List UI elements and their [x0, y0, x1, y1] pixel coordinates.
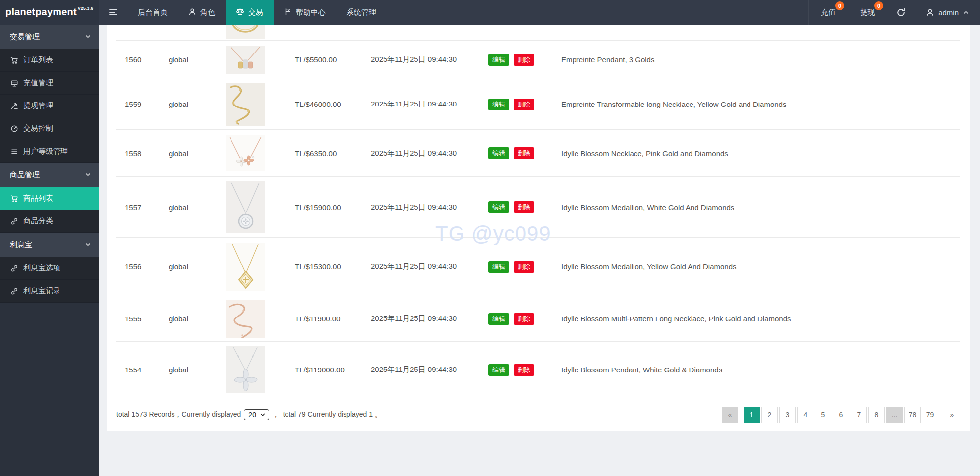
table-row: 1555globalTL/$11900.002025年11月25日 09:44:… — [116, 296, 960, 342]
pagination-page-button[interactable]: 78 — [904, 407, 921, 423]
product-photo-cell — [211, 346, 280, 393]
product-id: 1557 — [116, 203, 161, 212]
product-id: 1559 — [116, 100, 161, 108]
sidebar-item[interactable]: 利息宝选项 — [0, 257, 99, 280]
sidebar: 交易管理订单列表充值管理提现管理交易控制用户等级管理商品管理商品列表商品分类利息… — [0, 25, 99, 476]
product-name: Idylle Blossom Medallion, White Gold And… — [553, 203, 960, 212]
refresh-button[interactable] — [887, 0, 915, 25]
pagination-page-button[interactable]: 5 — [815, 407, 831, 423]
pagination-next-button[interactable]: » — [944, 407, 960, 423]
pagination-page-button[interactable]: 3 — [779, 407, 796, 423]
user-menu[interactable]: admin — [915, 0, 980, 25]
edit-button[interactable]: 编辑 — [488, 147, 509, 159]
pagination-page-button[interactable]: 6 — [833, 407, 849, 423]
product-region: global — [161, 149, 211, 158]
product-id: 1555 — [116, 315, 161, 323]
delete-button[interactable]: 删除 — [514, 313, 534, 325]
page-size-select[interactable]: 20 — [244, 409, 269, 420]
summary-suffix: ， total 79 Currently displayed 1 。 — [272, 410, 382, 419]
notification-badge: 0 — [835, 1, 844, 10]
product-price: TL/$6350.00 — [280, 149, 357, 158]
pink-gold-long-chain-photo — [226, 300, 265, 338]
sidebar-toggle-button[interactable] — [99, 0, 127, 25]
product-date: 2025年11月25日 09:44:30 — [357, 100, 473, 109]
product-photo-cell — [211, 25, 280, 39]
edit-button[interactable]: 编辑 — [488, 313, 509, 325]
pagination-page-button[interactable]: 8 — [868, 407, 885, 423]
delete-button[interactable]: 删除 — [514, 261, 534, 273]
nav-item-label: 系统管理 — [346, 8, 376, 17]
product-name: Idylle Blossom Pendant, White Gold & Dia… — [553, 366, 960, 374]
pink-gold-flower-necklace-photo — [226, 135, 265, 171]
sidebar-section-header[interactable]: 交易管理 — [0, 25, 99, 49]
product-price: TL/$119000.00 — [280, 366, 357, 374]
user-icon — [188, 8, 196, 17]
nav-item-label: 后台首页 — [138, 8, 168, 17]
edit-button[interactable]: 编辑 — [488, 364, 509, 376]
sidebar-item-label: 利息宝记录 — [23, 286, 60, 296]
product-date: 2025年11月25日 09:44:30 — [357, 262, 473, 271]
gold-zigzag-chain-photo — [226, 83, 265, 126]
sidebar-section-label: 交易管理 — [10, 32, 40, 42]
product-date: 2025年11月25日 09:44:30 — [357, 203, 473, 212]
brand-logo: planetpaymentV25.3.6 — [0, 0, 99, 25]
product-table: 1560globalTL/$5500.002025年11月25日 09:44:3… — [116, 25, 960, 398]
quick-link[interactable]: 充值0 — [808, 0, 848, 25]
sidebar-item[interactable]: 订单列表 — [0, 49, 99, 72]
table-footer: total 1573 Records，Currently displayed 2… — [116, 398, 960, 431]
product-date: 2025年11月25日 09:44:30 — [357, 55, 473, 64]
nav-item[interactable]: 帮助中心 — [274, 0, 336, 25]
sidebar-item[interactable]: 商品列表 — [0, 187, 99, 210]
sidebar-item[interactable]: 商品分类 — [0, 210, 99, 233]
chevron-down-icon — [260, 412, 266, 418]
edit-button[interactable]: 编辑 — [488, 261, 509, 273]
sidebar-item-label: 商品分类 — [23, 216, 53, 226]
sidebar-section-header[interactable]: 商品管理 — [0, 163, 99, 187]
quick-link[interactable]: 提现0 — [848, 0, 887, 25]
product-actions: 编辑删除 — [473, 99, 553, 110]
delete-button[interactable]: 删除 — [514, 147, 534, 159]
delete-button[interactable]: 删除 — [514, 201, 534, 213]
chevron-up-icon — [963, 9, 969, 16]
pagination-page-button[interactable]: 1 — [744, 407, 760, 423]
product-region: global — [161, 100, 211, 108]
table-row — [116, 25, 960, 41]
product-date: 2025年11月25日 09:44:30 — [357, 149, 473, 158]
pagination-page-button[interactable]: 79 — [922, 407, 938, 423]
table-row: 1554globalTL/$119000.002025年11月25日 09:44… — [116, 342, 960, 398]
pagination-page-button[interactable]: 2 — [761, 407, 778, 423]
sidebar-item[interactable]: 利息宝记录 — [0, 280, 99, 303]
link-icon — [10, 217, 18, 225]
sidebar-item[interactable]: 交易控制 — [0, 117, 99, 140]
delete-button[interactable]: 删除 — [514, 54, 534, 66]
chevron-down-icon — [85, 171, 91, 179]
sidebar-item[interactable]: 充值管理 — [0, 72, 99, 95]
pagination-page-button[interactable]: 7 — [851, 407, 867, 423]
edit-button[interactable]: 编辑 — [488, 54, 509, 66]
product-actions: 编辑删除 — [473, 147, 553, 159]
nav-item[interactable]: 交易 — [226, 0, 274, 25]
product-name: Idylle Blossom Medallion, Yellow Gold An… — [553, 263, 960, 271]
flag-icon — [284, 8, 292, 17]
sidebar-item[interactable]: 提现管理 — [0, 95, 99, 117]
pagination-page-button[interactable]: 4 — [797, 407, 813, 423]
delete-button[interactable]: 删除 — [514, 364, 534, 376]
product-photo-cell — [211, 135, 280, 171]
white-gold-petal-pendant-photo — [226, 346, 265, 393]
product-price: TL/$15300.00 — [280, 263, 357, 271]
chevron-down-icon — [85, 241, 91, 249]
edit-button[interactable]: 编辑 — [488, 99, 509, 110]
pagination-prev-button: « — [722, 407, 738, 423]
sidebar-item[interactable]: 用户等级管理 — [0, 140, 99, 163]
table-row: 1560globalTL/$5500.002025年11月25日 09:44:3… — [116, 41, 960, 79]
table-row: 1556globalTL/$15300.002025年11月25日 09:44:… — [116, 238, 960, 296]
edit-button[interactable]: 编辑 — [488, 201, 509, 213]
delete-button[interactable]: 删除 — [514, 99, 534, 110]
sidebar-section-label: 利息宝 — [10, 240, 32, 250]
product-name: Idylle Blossom Necklace, Pink Gold and D… — [553, 149, 960, 158]
nav-item[interactable]: 后台首页 — [127, 0, 178, 25]
sidebar-item-label: 充值管理 — [23, 78, 53, 88]
sidebar-section-header[interactable]: 利息宝 — [0, 233, 99, 257]
nav-item[interactable]: 系统管理 — [336, 0, 387, 25]
nav-item[interactable]: 角色 — [178, 0, 226, 25]
